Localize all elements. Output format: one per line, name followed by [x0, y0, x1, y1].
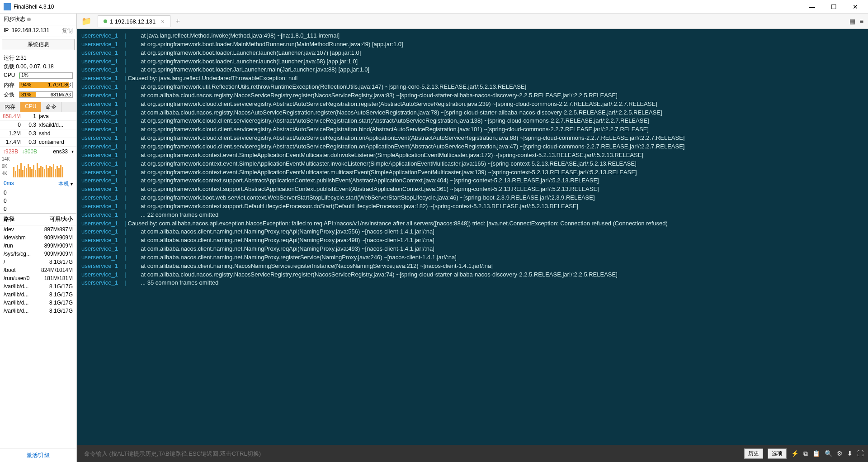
- disk-row[interactable]: /boot824M/1014M: [0, 266, 76, 274]
- download-icon[interactable]: ⬇: [847, 450, 853, 457]
- command-bar: 历史 选项 ⚡ ⧉ 📋 🔍 ⚙ ⬇ ⛶: [77, 445, 868, 462]
- sync-status: 同步状态: [0, 14, 76, 25]
- disk-row[interactable]: /run899M/909M: [0, 242, 76, 250]
- app-icon: [4, 3, 11, 10]
- bolt-icon[interactable]: ⚡: [791, 450, 799, 457]
- net-sparkline: 14K 9K 4K: [2, 157, 75, 177]
- disk-row[interactable]: /var/lib/d...8.1G/17G: [0, 307, 76, 315]
- maximize-button[interactable]: ☐: [829, 2, 838, 11]
- tab-cmd[interactable]: 命令: [41, 102, 61, 112]
- disk-row[interactable]: /run/user/0181M/181M: [0, 274, 76, 282]
- content: 📁 1 192.168.12.131 × + ▦ ≡ userservice_1…: [77, 14, 868, 462]
- proc-tabs: 内存 CPU 命令: [0, 102, 76, 112]
- disk-row[interactable]: /var/lib/d...8.1G/17G: [0, 291, 76, 299]
- fullscreen-icon[interactable]: ⛶: [857, 450, 863, 457]
- session-tab[interactable]: 1 192.168.12.131 ×: [98, 15, 170, 27]
- command-input[interactable]: [81, 448, 740, 460]
- activate-button[interactable]: 激活/升级: [0, 448, 76, 462]
- sync-dot-icon: [27, 18, 31, 21]
- sidebar: 同步状态 IP 192.168.12.131 复制 系统信息 运行 2:31 负…: [0, 14, 77, 462]
- app-title: FinalShell 4.3.10: [14, 4, 807, 10]
- minimize-button[interactable]: —: [807, 2, 816, 11]
- process-row[interactable]: 17.4M0.3containerd: [0, 138, 76, 147]
- disk-table: /dev897M/897M/dev/shm909M/909M/run899M/9…: [0, 225, 76, 315]
- gear-icon[interactable]: ⚙: [837, 450, 843, 457]
- close-button[interactable]: ✕: [851, 2, 860, 11]
- tabbar: 📁 1 192.168.12.131 × + ▦ ≡: [77, 14, 868, 29]
- grid-icon[interactable]: ▦: [849, 18, 855, 25]
- net-row: ↑928B ↓300B ens33▾: [0, 147, 76, 157]
- disk-row[interactable]: /var/lib/d...8.1G/17G: [0, 282, 76, 291]
- history-button[interactable]: 历史: [744, 448, 763, 459]
- menu-icon[interactable]: ≡: [860, 18, 863, 25]
- ip-row: IP 192.168.12.131 复制: [0, 25, 76, 37]
- disk-row[interactable]: /var/lib/d...8.1G/17G: [0, 299, 76, 307]
- runtime: 运行 2:31: [4, 54, 73, 62]
- copy-btn[interactable]: 复制: [62, 27, 73, 35]
- session-tab-label: 1 192.168.12.131: [110, 18, 156, 25]
- close-tab-icon[interactable]: ×: [161, 18, 165, 25]
- ip-value: 192.168.12.131: [12, 27, 49, 33]
- stats: 运行 2:31 负载 0.00, 0.07, 0.18 CPU 1% 内存 94…: [0, 52, 76, 102]
- tab-mem[interactable]: 内存: [0, 102, 20, 112]
- options-button[interactable]: 选项: [768, 448, 787, 459]
- disk-row[interactable]: /dev897M/897M: [0, 225, 76, 233]
- process-table: 858.4M1java00.3xfsaild/d...1.2M0.3sshd17…: [0, 112, 76, 147]
- load: 负载 0.00, 0.07, 0.18: [4, 62, 73, 71]
- process-row[interactable]: 858.4M1java: [0, 112, 76, 121]
- process-row[interactable]: 00.3xfsaild/d...: [0, 121, 76, 129]
- folder-icon[interactable]: 📁: [77, 16, 96, 26]
- search-icon[interactable]: 🔍: [825, 450, 832, 457]
- iface-select[interactable]: ens33: [53, 148, 68, 155]
- disk-row[interactable]: /8.1G/17G: [0, 258, 76, 266]
- disk-row[interactable]: /sys/fs/cg...909M/909M: [0, 250, 76, 258]
- host-select[interactable]: 本机: [58, 181, 69, 187]
- latency: 0ms: [4, 180, 14, 188]
- sysinfo-button[interactable]: 系统信息: [2, 39, 75, 50]
- terminal[interactable]: userservice_1 | at java.lang.reflect.Met…: [77, 29, 868, 445]
- process-row[interactable]: 1.2M0.3sshd: [0, 129, 76, 138]
- disk-row[interactable]: /dev/shm909M/909M: [0, 233, 76, 242]
- swap-meter: 交换 31%631M/2G: [4, 90, 73, 99]
- add-tab-button[interactable]: +: [170, 17, 185, 25]
- titlebar: FinalShell 4.3.10 — ☐ ✕: [0, 0, 868, 14]
- sync-label: 同步状态: [4, 15, 25, 23]
- cpu-meter: CPU 1%: [4, 71, 73, 80]
- tab-cpu[interactable]: CPU: [20, 102, 41, 112]
- copy-icon[interactable]: ⧉: [803, 450, 808, 457]
- disk-header: 路径 可用/大小: [0, 213, 76, 225]
- mem-meter: 内存 94%1.7G/1.8G: [4, 81, 73, 90]
- clipboard-icon[interactable]: 📋: [812, 450, 820, 457]
- status-dot-icon: [104, 19, 107, 23]
